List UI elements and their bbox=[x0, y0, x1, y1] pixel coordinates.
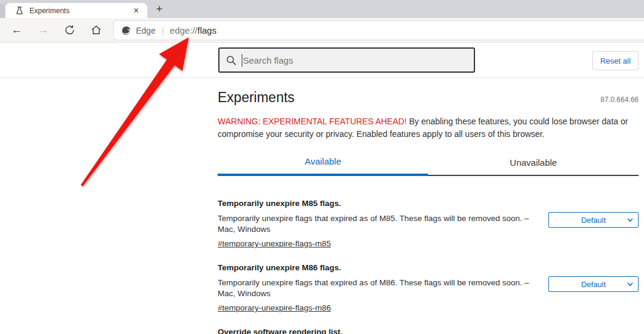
availability-tabs: Available Unavailable bbox=[218, 156, 639, 176]
tab-title: Experiments bbox=[29, 7, 131, 15]
flag-list: Temporarily unexpire M85 flags. Temporar… bbox=[218, 199, 639, 334]
flag-title: Override software rendering list. bbox=[218, 327, 545, 334]
flask-icon bbox=[15, 6, 24, 15]
tab-available[interactable]: Available bbox=[218, 156, 428, 176]
flag-title: Temporarily unexpire M86 flags. bbox=[218, 263, 545, 273]
inactive-tab-underline bbox=[428, 175, 639, 176]
flag-description: Temporarily unexpire flags that expired … bbox=[218, 213, 545, 235]
tab-bar: Experiments × + bbox=[0, 0, 644, 18]
flag-title: Temporarily unexpire M85 flags. bbox=[218, 199, 545, 208]
text-caret bbox=[242, 54, 242, 67]
close-icon[interactable]: × bbox=[131, 5, 141, 16]
edge-logo-icon bbox=[121, 26, 131, 35]
search-input[interactable] bbox=[243, 55, 468, 65]
search-box[interactable] bbox=[218, 47, 475, 73]
new-tab-button[interactable]: + bbox=[153, 2, 166, 16]
flags-content: Experiments 87.0.664.66 WARNING: EXPERIM… bbox=[0, 79, 644, 334]
home-icon[interactable] bbox=[87, 21, 105, 39]
forward-icon: → bbox=[34, 21, 52, 39]
reset-all-button[interactable]: Reset all bbox=[592, 51, 639, 70]
url-scheme[interactable]: edge:// bbox=[170, 25, 197, 35]
window-edge-sliver bbox=[0, 4, 5, 18]
tab-experiments[interactable]: Experiments × bbox=[5, 3, 147, 18]
browser-window: Experiments × + ← → bbox=[0, 0, 644, 334]
search-icon bbox=[225, 55, 237, 66]
url-path[interactable]: flags bbox=[197, 25, 216, 35]
active-tab-underline bbox=[218, 174, 428, 176]
url-divider: | bbox=[162, 26, 164, 35]
flags-page-header: Reset all bbox=[0, 43, 644, 78]
chevron-down-icon bbox=[627, 282, 633, 287]
page-title: Experiments bbox=[218, 88, 295, 106]
refresh-icon[interactable] bbox=[61, 21, 79, 39]
flag-value-select[interactable]: Default bbox=[548, 276, 639, 292]
flag-entry-override-software-rendering: Override software rendering list. bbox=[218, 327, 639, 334]
site-chip[interactable]: Edge bbox=[121, 26, 156, 35]
chevron-down-icon bbox=[627, 218, 633, 222]
address-bar[interactable]: Edge | edge:// flags bbox=[113, 20, 644, 40]
site-name: Edge bbox=[136, 26, 156, 35]
flag-anchor-link[interactable]: #temporary-unexpire-flags-m85 bbox=[218, 238, 331, 249]
browser-toolbar: ← → Edge | bbox=[0, 18, 644, 43]
experimental-warning: WARNING: EXPERIMENTAL FEATURES AHEAD! By… bbox=[218, 115, 639, 141]
flag-value-select[interactable]: Default bbox=[548, 212, 639, 228]
flag-description: Temporarily unexpire flags that expired … bbox=[218, 278, 545, 299]
tab-unavailable[interactable]: Unavailable bbox=[428, 157, 639, 176]
flag-entry-m86: Temporarily unexpire M86 flags. Temporar… bbox=[218, 263, 639, 313]
flag-anchor-link[interactable]: #temporary-unexpire-flags-m86 bbox=[218, 303, 331, 313]
warning-highlight: WARNING: EXPERIMENTAL FEATURES AHEAD! bbox=[218, 117, 406, 126]
back-icon[interactable]: ← bbox=[8, 21, 26, 39]
flag-entry-m85: Temporarily unexpire M85 flags. Temporar… bbox=[218, 199, 639, 249]
browser-version: 87.0.664.66 bbox=[601, 96, 639, 106]
